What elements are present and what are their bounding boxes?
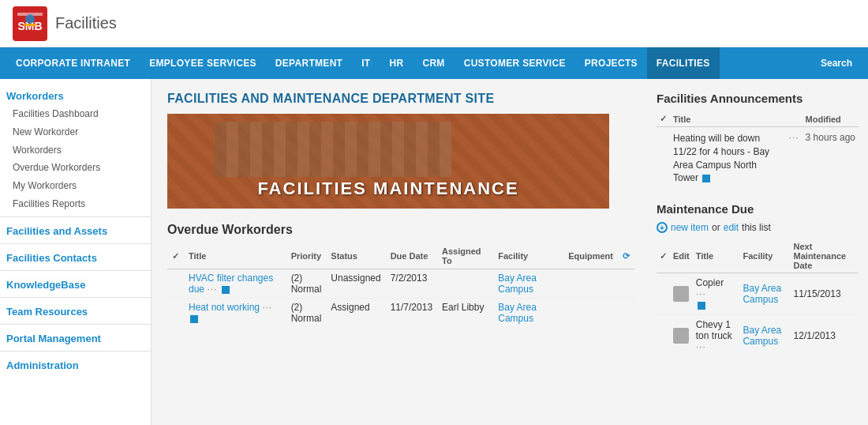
edit-link[interactable]: edit (724, 222, 739, 233)
app-title: Facilities (55, 14, 117, 32)
right-panel: Facilities Announcements ✓ Title Modifie… (647, 79, 868, 425)
sidebar-item-facilities-assets[interactable]: Facilities and Assets (0, 220, 151, 240)
sidebar-item-portal-management[interactable]: Portal Management (0, 328, 151, 348)
table-row: Heat not working ··· (2)Normal Assigned … (167, 299, 634, 328)
workorders-section: Overdue Workorders ✓ Title Priority Stat… (167, 223, 634, 327)
nav-item-facilities[interactable]: FACILITIES (647, 47, 720, 79)
col-priority: Priority (286, 243, 327, 269)
workorder-title-link[interactable]: HVAC filter changes due (189, 273, 273, 295)
maintenance-row: Chevy 1 ton truck ··· Bay Area Campus 12… (657, 315, 859, 357)
maint-tag-icon-1 (698, 302, 705, 310)
main-content: FACILITIES AND MAINTENANCE DEPARTMENT SI… (152, 79, 647, 425)
workorder-dots-1[interactable]: ··· (207, 284, 217, 295)
workorder-dots-2[interactable]: ··· (262, 302, 272, 313)
ann-cell-check (657, 127, 670, 190)
sidebar-divider-5 (0, 324, 151, 325)
sidebar-sub-workorders[interactable]: Workorders (0, 141, 151, 160)
nav-item-employee-services[interactable]: EMPLOYEE SERVICES (140, 47, 266, 79)
workorders-table: ✓ Title Priority Status Due Date Assigne… (167, 243, 634, 327)
page-heading: FACILITIES AND MAINTENANCE DEPARTMENT SI… (167, 92, 634, 106)
ann-col-title: Title (670, 111, 786, 127)
workorders-title: Overdue Workorders (167, 223, 634, 237)
maint-cell-title: Copier ··· (693, 273, 740, 315)
facility-link-1[interactable]: Bay Area Campus (498, 273, 537, 295)
cell-assigned-to (437, 269, 493, 299)
cell-title: Heat not working ··· (184, 299, 286, 328)
new-item-plus-icon: + (657, 222, 668, 233)
nav-item-customer-service[interactable]: CUSTOMER SERVICE (455, 47, 575, 79)
sidebar: Workorders Facilities Dashboard New Work… (0, 79, 152, 425)
tag-icon-2 (190, 315, 198, 323)
col-title: Title (184, 243, 286, 269)
ann-col-check: ✓ (657, 111, 670, 127)
sidebar-sub-facilities-dashboard[interactable]: Facilities Dashboard (0, 105, 151, 123)
logo-area: SMB Facilities (13, 6, 117, 41)
sidebar-divider-6 (0, 351, 151, 352)
new-item-link[interactable]: new item (671, 222, 709, 233)
sidebar-item-administration[interactable]: Administration (0, 355, 151, 374)
cell-status: Assigned (326, 299, 385, 328)
main-nav: CORPORATE INTRANET EMPLOYEE SERVICES DEP… (0, 47, 868, 79)
maint-col-check: ✓ (657, 239, 670, 273)
cell-facility: Bay Area Campus (493, 269, 563, 299)
col-facility: Facility (493, 243, 563, 269)
nav-item-hr[interactable]: HR (380, 47, 413, 79)
col-assigned-to: Assigned To (437, 243, 493, 269)
nav-item-projects[interactable]: PROJECTS (575, 47, 647, 79)
sidebar-item-knowledgebase[interactable]: KnowledgeBase (0, 274, 151, 294)
nav-item-department[interactable]: DEPARTMENT (266, 47, 352, 79)
sidebar-item-workorders[interactable]: Workorders (0, 85, 151, 105)
maint-cell-check (657, 315, 670, 357)
maint-title-text-2: Chevy 1 ton truck (696, 319, 732, 341)
cell-assigned-to: Earl Libby (437, 299, 493, 328)
maintenance-title: Maintenance Due (657, 202, 859, 216)
sidebar-sub-overdue-workorders[interactable]: Overdue Workorders (0, 159, 151, 177)
maint-facility-link-1[interactable]: Bay Area Campus (743, 283, 781, 305)
maint-dots-2[interactable]: ··· (696, 341, 706, 352)
sidebar-item-team-resources[interactable]: Team Resources (0, 301, 151, 321)
cell-check (167, 269, 184, 299)
maint-col-facility: Facility (739, 239, 790, 273)
sidebar-sub-new-workorder[interactable]: New Workorder (0, 123, 151, 141)
maint-cell-date: 11/15/2013 (791, 273, 859, 315)
nav-item-crm[interactable]: CRM (413, 47, 454, 79)
maint-col-edit: Edit (670, 239, 693, 273)
nav-item-it[interactable]: IT (352, 47, 380, 79)
sidebar-divider-4 (0, 297, 151, 298)
ann-cell-title: Heating will be down 11/22 for 4 hours -… (670, 127, 786, 190)
col-due-date: Due Date (386, 243, 437, 269)
ann-col-modified: Modified (803, 111, 859, 127)
cell-priority: (2)Normal (286, 299, 327, 328)
page-layout: Workorders Facilities Dashboard New Work… (0, 79, 868, 425)
sidebar-sub-my-workorders[interactable]: My Workorders (0, 177, 151, 195)
maint-title-text: Copier (696, 277, 724, 288)
maint-dots-1[interactable]: ··· (696, 288, 706, 299)
search-button[interactable]: Search (811, 58, 862, 69)
facility-link-2[interactable]: Bay Area Campus (498, 302, 537, 324)
cell-facility: Bay Area Campus (493, 299, 563, 328)
cell-status: Unassigned (326, 269, 385, 299)
announcements-title: Facilities Announcements (657, 92, 859, 105)
maint-cell-edit (670, 315, 693, 357)
workorder-title-link-2[interactable]: Heat not working (189, 302, 260, 313)
sidebar-divider-3 (0, 270, 151, 271)
nav-item-corporate-intranet[interactable]: CORPORATE INTRANET (6, 47, 140, 79)
sidebar-divider-1 (0, 216, 151, 217)
sidebar-sub-facilities-reports[interactable]: Facilities Reports (0, 195, 151, 213)
ann-cell-modified: 3 hours ago (803, 127, 859, 190)
cell-due-date: 11/7/2013 (386, 299, 437, 328)
truck-icon (673, 328, 689, 344)
new-item-row: + new item or edit this list (657, 222, 859, 233)
ann-cell-dots[interactable]: ··· (786, 127, 803, 190)
ann-tag-icon (702, 175, 710, 182)
col-refresh[interactable]: ⟳ (618, 243, 634, 269)
maint-col-title: Title (693, 239, 740, 273)
cell-title: HVAC filter changes due ··· (184, 269, 286, 299)
announcement-row: Heating will be down 11/22 for 4 hours -… (657, 127, 859, 190)
svg-point-3 (25, 14, 35, 24)
sidebar-item-facilities-contacts[interactable]: Facilities Contacts (0, 247, 151, 267)
hero-label: FACILITIES MAINTENANCE (257, 179, 518, 209)
maint-facility-link-2[interactable]: Bay Area Campus (743, 325, 781, 347)
table-row: HVAC filter changes due ··· (2)Normal Un… (167, 269, 634, 299)
svg-rect-4 (24, 24, 36, 26)
